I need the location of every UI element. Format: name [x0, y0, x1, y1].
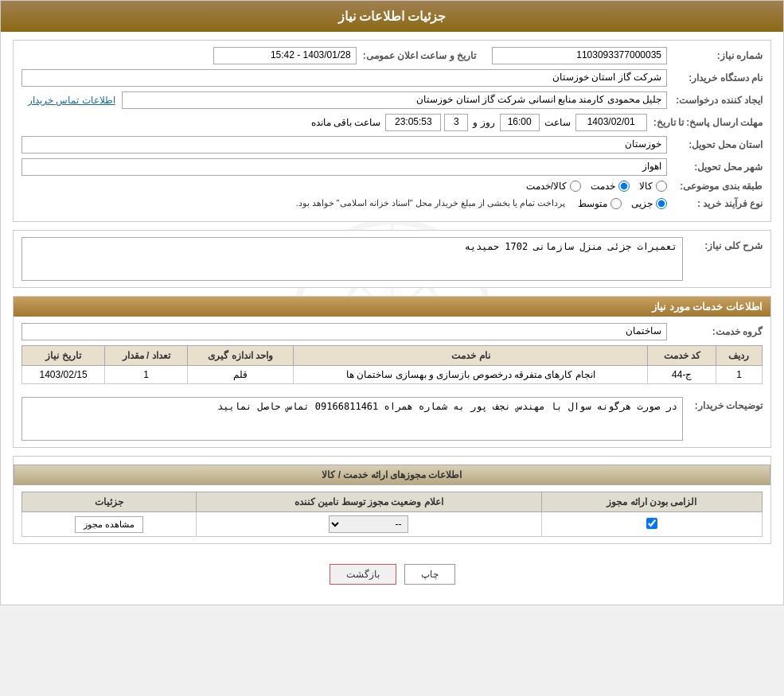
buyer-notes-label: توضیحات خریدار: [683, 397, 763, 411]
city-row: شهر محل تحویل: اهواز [21, 158, 763, 176]
page-wrapper: جزئیات اطلاعات نیاز شماره نیاز: 11030933… [0, 0, 784, 605]
buyer-row: نام دستگاه خریدار: شرکت گاز استان خوزستا… [21, 69, 763, 87]
category-radio-group: کالا خدمت کالا/خدمت [526, 181, 667, 192]
purchase-type-row: نوع فرآیند خرید : جزیی متوسط پرداخت [21, 196, 763, 210]
province-value: خوزستان [21, 136, 667, 154]
purchase-jozi-radio[interactable] [656, 198, 667, 209]
purchase-jozi[interactable]: جزیی [631, 198, 667, 209]
creator-value: جلیل محمودی کارمند منابع انسانی شرکت گاز… [122, 91, 667, 109]
province-label: استان محل تحویل: [667, 139, 763, 150]
page-title: جزئیات اطلاعات نیاز [1, 1, 783, 32]
buyer-notes-textarea[interactable] [21, 397, 683, 441]
purchase-motavaset[interactable]: متوسط [578, 198, 622, 209]
cell-date: 1403/02/15 [22, 366, 105, 384]
perm-col-details: جزئیات [22, 492, 197, 512]
col-service-code: کد خدمت [648, 346, 716, 366]
service-group-value: ساختمان [21, 323, 667, 340]
creator-row: ایجاد کننده درخواست: جلیل محمودی کارمند … [21, 91, 763, 109]
need-description-textarea[interactable] [21, 237, 683, 281]
need-description-row: شرح کلی نیاز: [14, 231, 770, 287]
deadline-time-label: ساعت [540, 115, 575, 130]
cell-service-code: ج-44 [648, 366, 716, 384]
view-permit-button[interactable]: مشاهده مجوز [75, 516, 143, 533]
buyer-label: نام دستگاه خریدار: [667, 72, 763, 84]
deadline-label: مهلت ارسال پاسخ: تا تاریخ: [647, 117, 763, 128]
purchase-type-radio-group: جزیی متوسط [578, 198, 667, 209]
perm-required-checkbox[interactable] [646, 518, 657, 529]
print-button[interactable]: چاپ [404, 564, 455, 585]
need-description-section: شرح کلی نیاز: [13, 230, 771, 288]
category-row: طبقه بندی موضوعی: کالا خدمت [21, 181, 763, 192]
services-table-section: ردیف کد خدمت نام خدمت واحد اندازه گیری ت… [21, 345, 763, 384]
deadline-remaining-label: ساعت باقی مانده [306, 115, 386, 130]
table-row: 1 ج-44 انجام کارهای متفرقه درخصوص بازساز… [22, 366, 763, 384]
deadline-time: 16:00 [500, 114, 540, 131]
category-kala-radio[interactable] [656, 181, 667, 192]
deadline-day-label: روز و [468, 115, 499, 130]
category-label: طبقه بندی موضوعی: [667, 181, 763, 192]
main-info-body: شماره نیاز: 1103093377000035 تاریخ و ساع… [14, 41, 770, 221]
deadline-row: مهلت ارسال پاسخ: تا تاریخ: 1403/02/01 سا… [21, 114, 763, 131]
contact-link[interactable]: اطلاعات تماس خریدار [28, 95, 115, 106]
cell-unit: قلم [188, 366, 294, 384]
category-kala-label: کالا [639, 181, 653, 192]
announce-row: شماره نیاز: 1103093377000035 تاریخ و ساع… [21, 47, 763, 64]
perm-status-cell: -- [196, 512, 541, 537]
action-buttons: چاپ بازگشت [13, 552, 771, 597]
category-kala-khedmat-label: کالا/خدمت [526, 181, 567, 192]
permissions-title: اطلاعات مجوزهای ارائه خدمت / کالا [14, 465, 770, 485]
main-content: شماره نیاز: 1103093377000035 تاریخ و ساع… [13, 40, 771, 597]
col-row-num: ردیف [716, 346, 762, 366]
deadline-remaining: 23:05:53 [385, 114, 441, 131]
deadline-days: 3 [444, 114, 468, 131]
province-row: استان محل تحویل: خوزستان [21, 136, 763, 154]
announce-label: تاریخ و ساعت اعلان عمومی: [357, 50, 476, 61]
category-khedmat-radio[interactable] [618, 181, 630, 192]
service-group-label: گروه خدمت: [667, 326, 763, 337]
cell-quantity: 1 [105, 366, 188, 384]
category-kala[interactable]: کالا [639, 181, 667, 192]
category-kala-khedmat-radio[interactable] [570, 181, 581, 192]
need-number-value: 1103093377000035 [492, 47, 667, 64]
col-service-name: نام خدمت [294, 346, 648, 366]
perm-details-cell: مشاهده مجوز [22, 512, 197, 537]
category-khedmat[interactable]: خدمت [591, 181, 630, 192]
category-kala-khedmat[interactable]: کالا/خدمت [526, 181, 581, 192]
permissions-body: الزامی بودن ارائه مجوز اعلام وضعیت مجوز … [14, 485, 770, 543]
cell-row-num: 1 [716, 366, 762, 384]
perm-col-status: اعلام وضعیت مجوز توسط نامین کننده [196, 492, 541, 512]
services-header: اطلاعات خدمات مورد نیاز [14, 297, 770, 317]
purchase-type-label: نوع فرآیند خرید : [667, 198, 763, 209]
perm-col-required: الزامی بودن ارائه مجوز [541, 492, 762, 512]
cell-service-name: انجام کارهای متفرقه درخصوص بازسازی و بهس… [294, 366, 648, 384]
back-button[interactable]: بازگشت [330, 564, 396, 585]
permissions-row: -- مشاهده مجوز [22, 512, 763, 537]
city-label: شهر محل تحویل: [667, 161, 763, 173]
need-description-label: شرح کلی نیاز: [683, 237, 763, 251]
buyer-value: شرکت گاز استان خوزستان [21, 69, 667, 87]
purchase-type-note: پرداخت تمام یا بخشی از مبلغ خریدار محل "… [291, 196, 570, 210]
col-unit: واحد اندازه گیری [188, 346, 294, 366]
service-group-row: گروه خدمت: ساختمان [21, 323, 763, 340]
purchase-motavaset-radio[interactable] [610, 198, 622, 209]
col-quantity: تعداد / مقدار [105, 346, 188, 366]
buyer-notes-row: توضیحات خریدار: [14, 391, 770, 447]
main-info-section: شماره نیاز: 1103093377000035 تاریخ و ساع… [13, 40, 771, 222]
permissions-section: اطلاعات مجوزهای ارائه خدمت / کالا الزامی… [13, 456, 771, 544]
permissions-table: الزامی بودن ارائه مجوز اعلام وضعیت مجوز … [21, 492, 763, 537]
permissions-header-row: الزامی بودن ارائه مجوز اعلام وضعیت مجوز … [22, 492, 763, 512]
services-table: ردیف کد خدمت نام خدمت واحد اندازه گیری ت… [21, 345, 763, 384]
services-section: اطلاعات خدمات مورد نیاز گروه خدمت: ساختم… [13, 296, 771, 448]
announce-value: 1403/01/28 - 15:42 [213, 47, 357, 64]
content-area: شماره نیاز: 1103093377000035 تاریخ و ساع… [1, 32, 783, 605]
need-number-label: شماره نیاز: [667, 50, 763, 61]
table-header-row: ردیف کد خدمت نام خدمت واحد اندازه گیری ت… [22, 346, 763, 366]
category-khedmat-label: خدمت [591, 181, 615, 192]
purchase-jozi-label: جزیی [631, 198, 653, 209]
services-body: گروه خدمت: ساختمان ردیف کد خدمت نام خدمت… [14, 317, 770, 391]
col-date: تاریخ نیاز [22, 346, 105, 366]
creator-label: ایجاد کننده درخواست: [667, 95, 763, 106]
deadline-date: 1403/02/01 [575, 114, 647, 131]
perm-status-select[interactable]: -- [329, 515, 408, 533]
city-value: اهواز [21, 158, 667, 176]
